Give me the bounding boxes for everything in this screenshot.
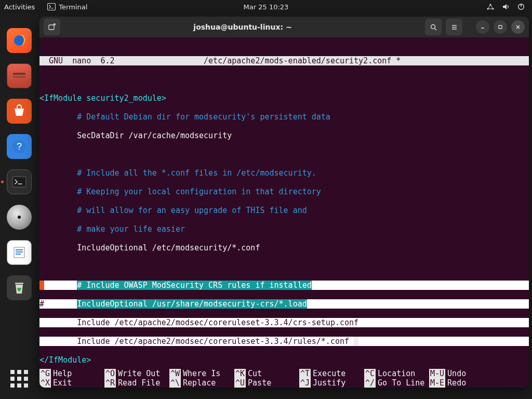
comment: # Include all the *.conf files in /etc/m… bbox=[39, 168, 316, 178]
svg-text:?: ? bbox=[17, 141, 22, 152]
shortcut-paste: ^UPaste bbox=[234, 378, 299, 388]
dock-disc[interactable] bbox=[7, 205, 32, 230]
directive: IncludeOptional /etc/modsecurity/*.conf bbox=[39, 243, 260, 252]
tag-open: <IfModule security2_module> bbox=[39, 94, 166, 103]
svg-rect-8 bbox=[13, 76, 25, 78]
svg-point-12 bbox=[18, 216, 21, 219]
close-button[interactable] bbox=[511, 20, 525, 34]
shortcut-write-out: ^OWrite Out bbox=[104, 369, 169, 378]
svg-rect-29 bbox=[499, 25, 502, 29]
shortcut-exit: ^XExit bbox=[39, 378, 104, 388]
network-icon[interactable] bbox=[486, 3, 495, 10]
svg-line-24 bbox=[435, 29, 436, 30]
dock-ubuntu-software[interactable] bbox=[7, 99, 32, 124]
shortcut-read-file: ^RRead File bbox=[104, 378, 169, 388]
editor-body[interactable]: <IfModule security2_module> # Default De… bbox=[39, 84, 529, 383]
volume-icon[interactable] bbox=[502, 3, 510, 10]
shortcut-redo: M-ERedo bbox=[429, 378, 494, 388]
svg-rect-11 bbox=[12, 177, 26, 187]
nano-filename: /etc/apache2/mods-enabled/security2.conf… bbox=[204, 56, 401, 65]
nano-header: GNU nano 6.2 /etc/apache2/mods-enabled/s… bbox=[39, 56, 529, 65]
svg-rect-21 bbox=[49, 25, 54, 30]
dock-firefox[interactable] bbox=[7, 28, 32, 53]
directive: SecDataDir /var/cache/modsecurity bbox=[39, 131, 232, 140]
svg-rect-0 bbox=[48, 4, 56, 10]
search-button[interactable] bbox=[425, 19, 442, 35]
tag-close: </IfModule> bbox=[39, 355, 91, 365]
shortcut-execute: ^TExecute bbox=[299, 369, 364, 378]
selected-line: #IncludeOptional /usr/share/modsecurity-… bbox=[39, 299, 529, 309]
terminal-window: joshua@ubuntu-linux: ~ GNU nano 6.2 /etc… bbox=[39, 17, 529, 388]
comment: # make your life easier bbox=[39, 224, 185, 234]
dock-files[interactable] bbox=[7, 63, 32, 88]
activities-button[interactable]: Activities bbox=[4, 3, 35, 11]
minimize-button[interactable] bbox=[476, 20, 489, 34]
dock-terminal[interactable] bbox=[7, 169, 32, 194]
shortcut-justify: ^JJustify bbox=[299, 378, 364, 388]
new-tab-button[interactable] bbox=[44, 19, 60, 35]
svg-rect-7 bbox=[13, 73, 25, 75]
edited-line: Include /etc/apache2/modsec/coreruleset-… bbox=[39, 337, 529, 346]
panel-app-name: Terminal bbox=[59, 3, 87, 11]
shortcut-help: ^GHelp bbox=[39, 369, 104, 378]
shortcut-undo: M-UUndo bbox=[429, 369, 494, 378]
cursor-icon bbox=[354, 337, 358, 345]
shortcut-go-to-line: ^/Go To Line bbox=[364, 378, 429, 388]
terminal-content[interactable]: GNU nano 6.2 /etc/apache2/mods-enabled/s… bbox=[39, 37, 529, 388]
shortcut-replace: ^\Replace bbox=[169, 378, 234, 388]
titlebar: joshua@ubuntu-linux: ~ bbox=[39, 17, 529, 37]
nano-shortcut-bar: ^GHelp^OWrite Out^WWhere Is^KCut^TExecut… bbox=[39, 369, 529, 388]
top-panel: Activities Terminal Mar 25 10:23 bbox=[0, 0, 532, 14]
window-title: joshua@ubuntu-linux: ~ bbox=[64, 23, 421, 31]
comment: # Default Debian dir for modsecurity's p… bbox=[39, 112, 330, 122]
edited-line: Include /etc/apache2/modsec/coreruleset-… bbox=[39, 318, 529, 327]
comment: # Keeping your local configuration in th… bbox=[39, 187, 321, 196]
shortcut-cut: ^KCut bbox=[234, 369, 299, 378]
panel-app-indicator[interactable]: Terminal bbox=[47, 3, 87, 11]
shortcut-location: ^CLocation bbox=[364, 369, 429, 378]
hamburger-menu-button[interactable] bbox=[446, 19, 462, 35]
svg-point-23 bbox=[431, 24, 435, 29]
dock-text-editor[interactable] bbox=[7, 240, 32, 265]
terminal-icon bbox=[47, 3, 56, 10]
shortcut-where-is: ^WWhere Is bbox=[169, 369, 234, 378]
maximize-button[interactable] bbox=[494, 20, 507, 34]
clock[interactable]: Mar 25 10:23 bbox=[244, 3, 289, 11]
dock: ? bbox=[0, 14, 38, 399]
selected-line: # Include OWASP ModSecurity CRS rules if… bbox=[39, 281, 529, 290]
power-icon[interactable] bbox=[517, 3, 525, 10]
dock-trash[interactable] bbox=[7, 275, 32, 300]
svg-point-20 bbox=[18, 289, 20, 291]
nano-version: GNU nano 6.2 bbox=[39, 56, 204, 65]
svg-rect-17 bbox=[15, 283, 23, 284]
dock-help[interactable]: ? bbox=[7, 134, 32, 159]
comment: # will allow for an easy upgrade of THIS… bbox=[39, 206, 307, 215]
show-applications-button[interactable] bbox=[10, 370, 28, 388]
